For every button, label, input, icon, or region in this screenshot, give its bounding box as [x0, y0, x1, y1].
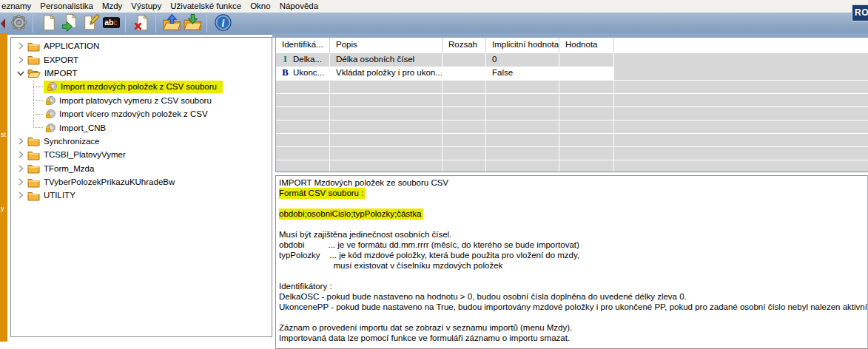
empty-cell: [276, 107, 330, 120]
description-line: Musí být zajištěna jedinečnost osobních …: [279, 229, 867, 240]
tree-item-label: Synchronizace: [42, 137, 101, 146]
empty-cell: [443, 81, 486, 93]
chevron-right-icon[interactable]: [16, 150, 26, 159]
type-boolean-icon: B: [280, 68, 290, 78]
tree-item-label: Import vícero mzdových položek z CSV: [58, 109, 209, 118]
empty-cell: [559, 134, 614, 146]
empty-grid-row: [276, 80, 868, 93]
toolbar-separator: [125, 15, 126, 33]
tree-item-tcsbi-platovyvymer[interactable]: TCSBI_PlatovyVymer: [11, 148, 272, 161]
delete-document-button[interactable]: [131, 13, 152, 33]
empty-cell: [276, 160, 330, 172]
empty-cell: [559, 107, 614, 120]
tree-item-synchronizace[interactable]: Synchronizace: [11, 135, 272, 148]
cell-identifikator: IDelka...: [276, 53, 330, 67]
empty-cell: [330, 94, 443, 106]
tree-item-import-platovych-vymeru-z-csv-souboru[interactable]: Import platovych vymeru z CSV souboru: [11, 94, 272, 107]
menu-item-n-pov-da[interactable]: Nápověda: [275, 1, 323, 12]
description-line: [279, 271, 867, 281]
menu-bar: eznamyPersonalistikaMzdyVýstupyUživatels…: [0, 0, 868, 13]
tree-item-tvyberpolozekprikazukuhradebw[interactable]: TVyberPolozekPrikazuKUhradeBw: [11, 175, 272, 189]
tree-item-label: Import mzdových položek z CSV souboru: [59, 82, 218, 91]
edit-document-icon: [81, 13, 100, 34]
tree-item-utility[interactable]: UTILITY: [11, 189, 272, 202]
menu-item-u-ivatelsk-funkce[interactable]: Uživatelské funkce: [166, 1, 246, 12]
svg-text:ab: ab: [104, 18, 113, 27]
menu-item-personalistika[interactable]: Personalistika: [36, 1, 98, 12]
empty-cell: [330, 81, 443, 93]
table-row[interactable]: IDelka...Délka osobních čísel0: [276, 53, 868, 67]
tree-item-label: EXPORT: [42, 55, 80, 64]
docked-panel-tab[interactable]: sty: [0, 33, 7, 342]
description-line: obdobi;osobniCislo;typPolozky;částka: [279, 209, 867, 219]
spellcheck-button[interactable]: abc: [101, 13, 121, 33]
description-line: Záznam o provedení importu dat se zobraz…: [279, 322, 867, 333]
menu-item-eznamy[interactable]: eznamy: [0, 1, 36, 12]
empty-cell: [276, 121, 330, 133]
description-line: [279, 219, 867, 229]
empty-cell: [443, 147, 486, 160]
column-header-identifik[interactable]: Identifiká...: [276, 38, 330, 53]
tree-item-label: Import platovych vymeru z CSV souboru: [58, 96, 213, 105]
chevron-right-icon[interactable]: [16, 191, 26, 200]
empty-cell: [276, 134, 330, 146]
row-filler: [614, 147, 868, 160]
column-header-implicitn-hodnota[interactable]: Implicitní hodnota: [486, 38, 559, 53]
description-panel: IMPORT Mzdových položek ze souboru CSVFo…: [275, 175, 868, 349]
chevron-right-icon[interactable]: [16, 41, 26, 50]
empty-cell: [443, 160, 486, 172]
edit-document-button[interactable]: [80, 13, 101, 33]
folder-icon: [27, 149, 40, 160]
empty-cell: [330, 107, 443, 120]
info-button[interactable]: i: [212, 13, 233, 33]
highlighted-text: obdobi;osobniCislo;typPolozky;částka: [279, 209, 423, 220]
empty-cell: [486, 160, 559, 172]
tree-item-application[interactable]: APPLICATION: [11, 39, 272, 52]
empty-grid-row: [276, 120, 868, 133]
menu-item-mzdy[interactable]: Mzdy: [98, 1, 127, 12]
tree-item-label: Import_CNB: [58, 123, 107, 132]
open-folder-down-button[interactable]: [182, 13, 203, 33]
description-line: obdobi ... je ve formátu dd.mm.rrrr (měs…: [279, 240, 867, 250]
description-line: [279, 312, 867, 322]
copy-document-button[interactable]: [59, 13, 80, 33]
svg-text:i: i: [221, 16, 224, 28]
description-line: musí existovat v číselníku mzdových polo…: [279, 260, 867, 271]
tree-item-import[interactable]: IMPORT: [11, 67, 272, 80]
function-icon: [47, 81, 57, 92]
column-header-hodnota[interactable]: Hodnota: [559, 38, 614, 53]
chevron-right-icon[interactable]: [16, 177, 26, 186]
function-icon: [45, 95, 55, 106]
cell-identifikator-text: Ukonc...: [293, 68, 324, 77]
new-document-button[interactable]: [38, 13, 59, 33]
column-header-rozsah[interactable]: Rozsah: [443, 38, 486, 53]
tree-item-import-mzdov-ch-polo-ek-z-csv-souboru[interactable]: Import mzdových položek z CSV souboru: [11, 80, 272, 93]
chevron-down-icon[interactable]: [16, 69, 26, 78]
empty-grid-row: [276, 160, 868, 172]
chevron-right-icon[interactable]: [16, 55, 26, 64]
description-line: Importovaná data lze pomocí funkce ve fo…: [279, 333, 867, 343]
tree-item-import-cnb[interactable]: Import_CNB: [11, 121, 272, 134]
row-filler: [614, 134, 868, 146]
menu-item-v-stupy[interactable]: Výstupy: [127, 1, 166, 12]
chevron-right-icon[interactable]: [16, 137, 26, 146]
tree-item-tform-mzda[interactable]: TForm_Mzda: [11, 162, 272, 175]
tree-line: [33, 114, 43, 115]
chevron-right-icon[interactable]: [16, 164, 26, 173]
side-tab-label-fragment: st: [1, 131, 6, 138]
tree-item-export[interactable]: EXPORT: [11, 52, 272, 66]
open-folder-up-button[interactable]: [161, 13, 182, 33]
column-header-popis[interactable]: Popis: [330, 38, 443, 53]
function-tree-panel: APPLICATIONEXPORTIMPORTImport mzdových p…: [10, 37, 272, 337]
grid-header-filler: [614, 38, 868, 53]
toolbar: abci: [0, 13, 868, 35]
cell-rozsah: [443, 67, 486, 80]
toolbar-drag-handle-icon[interactable]: [1, 18, 5, 29]
gear-button[interactable]: [8, 13, 29, 33]
menu-item-okno[interactable]: Okno: [246, 1, 275, 12]
table-row[interactable]: BUkonc...Vkládat položky i pro ukon...Fa…: [276, 67, 868, 80]
highlighted-tree-item: Import mzdových položek z CSV souboru: [44, 81, 223, 93]
description-line: Formát CSV souboru :: [279, 188, 867, 198]
tree-item-import-v-cero-mzdov-ch-polo-ek-z-csv[interactable]: Import vícero mzdových položek z CSV: [11, 107, 272, 121]
empty-cell: [443, 121, 486, 133]
